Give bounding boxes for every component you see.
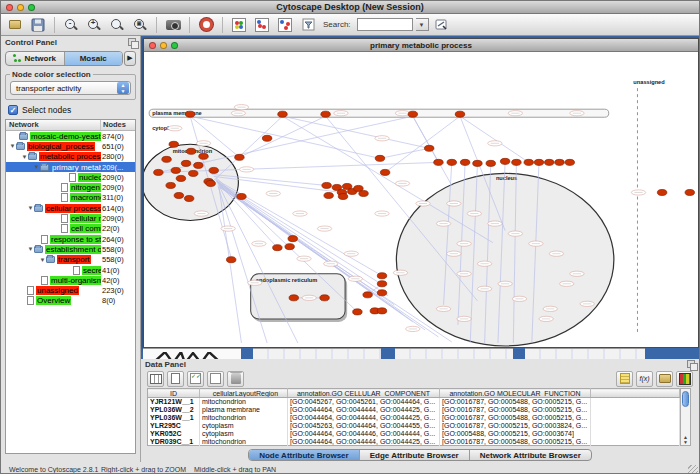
table-cell[interactable]: YPL036W__1 — [148, 414, 200, 422]
expander-icon[interactable]: ▼ — [21, 154, 28, 160]
column-header-id[interactable]: ID — [148, 389, 200, 398]
table-cell[interactable]: YLR295C — [148, 422, 200, 430]
graph-node[interactable] — [359, 190, 368, 196]
resize-grip[interactable] — [688, 465, 698, 474]
graph-node[interactable] — [555, 159, 564, 165]
table-cell[interactable]: mitochondrion — [200, 438, 288, 446]
graph-node[interactable] — [154, 169, 163, 175]
network-canvas[interactable]: plasma membranecytoplasmnucleusmitochond… — [144, 52, 698, 347]
expander-icon[interactable]: ▼ — [39, 257, 46, 263]
graph-node[interactable] — [377, 281, 386, 287]
table-cell[interactable]: cytoplasm — [200, 430, 288, 438]
tree-row-response-to-stimulu[interactable]: response to stimulu264(0) — [6, 234, 135, 244]
graph-node[interactable] — [184, 195, 193, 201]
table-cell[interactable]: plasma membrane — [200, 406, 288, 414]
graph-node[interactable] — [235, 154, 244, 160]
graph-node[interactable] — [424, 145, 433, 151]
new-attribute-button[interactable] — [167, 371, 184, 387]
table-row[interactable]: YPL036W__1mitochondrion[GO:0044464, GO:0… — [148, 414, 680, 422]
search-input[interactable] — [357, 18, 413, 31]
graph-node[interactable] — [176, 175, 185, 181]
graph-node[interactable] — [273, 245, 282, 251]
graph-node[interactable] — [186, 148, 195, 154]
graph-node[interactable] — [363, 292, 372, 298]
import-attributes-button[interactable] — [656, 371, 673, 387]
graph-node[interactable] — [174, 192, 183, 198]
select-nodes-checkbox[interactable]: ✓ — [8, 105, 18, 115]
zoom-selected-button[interactable] — [107, 16, 127, 34]
table-cell[interactable]: [GO:0045267, GO:0045261, GO:0044464, G..… — [288, 398, 440, 406]
graph-node[interactable] — [166, 182, 175, 188]
table-row[interactable]: YKR052Ccytoplasm[GO:0044464, GO:0044446,… — [148, 430, 680, 438]
table-cell[interactable]: [GO:0016787, GO:0005488, GO:0005215, G..… — [440, 438, 591, 446]
tree-column-nodes[interactable]: Nodes — [101, 120, 135, 130]
table-cell[interactable]: mitochondrion — [200, 414, 288, 422]
vizmapper-button[interactable] — [229, 16, 249, 34]
tab-scroll-right-icon[interactable]: ▶ — [124, 51, 136, 66]
graph-edge[interactable] — [460, 116, 529, 162]
tree-row-macromolecule[interactable]: macromolecule311(0) — [6, 193, 135, 203]
table-cell[interactable]: [GO:0016787, GO:0005488, GO:0005215, G..… — [440, 414, 591, 422]
column-header-cellular-component[interactable]: annotation.GO CELLULAR_COMPONENT — [288, 389, 440, 398]
tree-row-mosaic-demo-yeast[interactable]: mosaic-demo-yeast874(0) — [6, 131, 135, 141]
expander-icon[interactable]: ▼ — [27, 205, 34, 211]
table-cell[interactable]: [GO:0016787, GO:0005488, GO:0005215, G..… — [440, 398, 591, 406]
table-row[interactable]: YDR039C__1mitochondrion[GO:0044464, GO:0… — [148, 438, 680, 446]
graph-node[interactable] — [565, 159, 574, 165]
background-network-thumbnail[interactable] — [143, 348, 241, 359]
graph-node[interactable] — [194, 162, 203, 168]
zoom-in-button[interactable]: + — [84, 16, 104, 34]
tab-network-attribute-browser[interactable]: Network Attribute Browser — [470, 450, 591, 460]
float-data-panel-icon[interactable] — [687, 360, 695, 368]
graph-node[interactable] — [473, 160, 482, 166]
background-window-slice[interactable] — [395, 348, 513, 359]
graph-node[interactable] — [377, 290, 386, 296]
graph-node[interactable] — [189, 170, 198, 176]
expander-icon[interactable]: ▼ — [9, 143, 16, 149]
graph-node[interactable] — [455, 111, 464, 117]
table-cell[interactable]: YKR052C — [148, 430, 200, 438]
table-cell[interactable]: [GO:0044464, GO:0044446, GO:0044444, G..… — [288, 430, 440, 438]
table-cell[interactable] — [591, 422, 680, 430]
network-window-titlebar[interactable]: primary metabolic process — [144, 39, 698, 52]
tree-row-primary-metabo[interactable]: ▼primary metabo209(... — [6, 162, 135, 172]
graph-node[interactable] — [209, 167, 218, 173]
background-window-slice[interactable] — [253, 348, 381, 359]
tree-row-multi-organism-pro[interactable]: multi-organism pro42(0) — [6, 275, 135, 285]
snapshot-button[interactable] — [163, 16, 183, 34]
graph-edge[interactable] — [283, 116, 493, 242]
graph-node[interactable] — [322, 182, 331, 188]
graph-node[interactable] — [285, 244, 294, 250]
graph-edge[interactable] — [239, 116, 325, 157]
tree-row-overview[interactable]: Overview8(0) — [6, 296, 135, 306]
tree-row-cellular-process[interactable]: ▼cellular process614(0) — [6, 203, 135, 213]
table-cell[interactable]: [GO:0005488, GO:0005215, GO:0003674] — [440, 430, 591, 438]
graph-node[interactable] — [185, 111, 194, 117]
background-window-slice[interactable] — [525, 348, 645, 359]
table-cell[interactable]: YJR121W__1 — [148, 398, 200, 406]
graph-node[interactable] — [380, 169, 389, 175]
table-cell[interactable]: YPL036W__2 — [148, 406, 200, 414]
graph-edge[interactable] — [211, 116, 283, 183]
graph-node[interactable] — [199, 153, 208, 159]
tab-edge-attribute-browser[interactable]: Edge Attribute Browser — [360, 450, 470, 460]
tree-row-unassigned[interactable]: unassigned223(0) — [6, 285, 135, 295]
graph-node[interactable] — [353, 309, 362, 315]
graph-node[interactable] — [685, 189, 694, 195]
graph-edge[interactable] — [283, 116, 430, 148]
attribute-matrix-button[interactable] — [676, 371, 693, 387]
table-cell[interactable]: [GO:0044464, GO:0044444, GO:0044425, G..… — [288, 414, 440, 422]
table-cell[interactable] — [591, 398, 680, 406]
graph-node[interactable] — [237, 193, 246, 199]
attribute-editor-button[interactable] — [616, 371, 633, 387]
tab-network[interactable]: Network — [6, 52, 65, 65]
table-cell[interactable] — [591, 406, 680, 414]
graph-node[interactable] — [226, 257, 235, 263]
graph-edge[interactable] — [380, 148, 429, 158]
delete-attribute-button[interactable] — [227, 371, 244, 387]
select-attributes-button[interactable]: ✓✓ — [187, 371, 204, 387]
tree-row-metabolic-process[interactable]: ▼metabolic process280(0) — [6, 152, 135, 162]
graph-node[interactable] — [545, 159, 554, 165]
column-header-region[interactable]: _cellularLayoutRegion — [200, 389, 288, 398]
graph-node[interactable] — [288, 236, 297, 242]
